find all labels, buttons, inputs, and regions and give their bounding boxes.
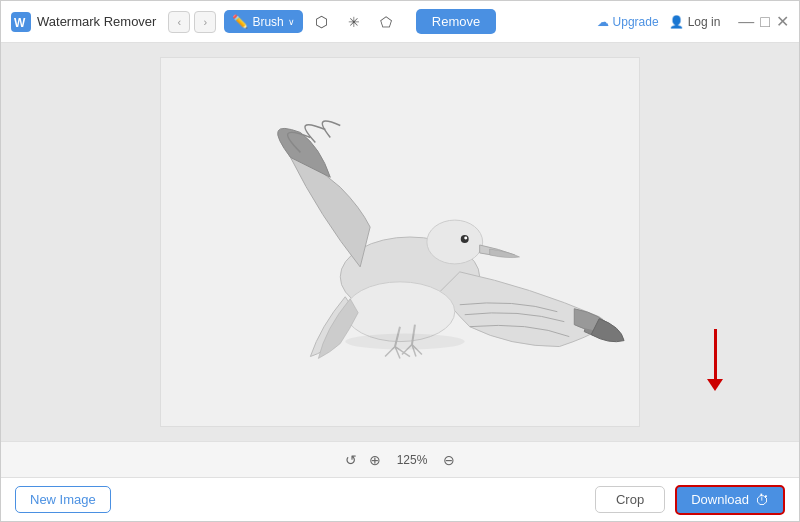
download-button[interactable]: Download ⏱ [675, 485, 785, 515]
toolbar-tools: ✏️ Brush ∨ ⬡ ✳ ⬠ [224, 9, 399, 35]
brush-icon: ✏️ [232, 14, 248, 29]
zoom-bar: ↺ ⊕ 125% ⊖ [1, 441, 799, 477]
download-label: Download [691, 492, 749, 507]
upgrade-label: Upgrade [613, 15, 659, 29]
svg-point-8 [464, 237, 467, 240]
remove-button[interactable]: Remove [416, 9, 496, 34]
bottom-right-buttons: Crop Download ⏱ [595, 485, 785, 515]
arrow-line [714, 329, 717, 379]
zoom-level: 125% [393, 453, 431, 467]
close-button[interactable]: ✕ [776, 12, 789, 31]
svg-point-6 [427, 220, 483, 264]
svg-point-18 [345, 334, 464, 350]
eraser-tool-button[interactable]: ⬠ [372, 10, 400, 34]
brush-tool-button[interactable]: ✏️ Brush ∨ [224, 10, 302, 33]
login-label: Log in [688, 15, 721, 29]
svg-text:W: W [14, 16, 26, 30]
right-controls: ☁ Upgrade 👤 Log in — □ ✕ [597, 12, 789, 31]
brush-label: Brush [252, 15, 283, 29]
app-title: Watermark Remover [37, 14, 156, 29]
forward-button[interactable]: › [194, 11, 216, 33]
svg-point-5 [345, 282, 455, 342]
nav-arrows: ‹ › [168, 11, 216, 33]
lasso-icon: ⬡ [315, 13, 328, 31]
crop-button[interactable]: Crop [595, 486, 665, 513]
zoom-in-icon: ⊕ [369, 452, 381, 468]
user-icon: 👤 [669, 15, 684, 29]
zoom-out-button[interactable]: ⊖ [443, 452, 455, 468]
title-bar: W Watermark Remover ‹ › ✏️ Brush ∨ ⬡ ✳ ⬠… [1, 1, 799, 43]
brush-chevron: ∨ [288, 17, 295, 27]
back-button[interactable]: ‹ [168, 11, 190, 33]
arrow-head [707, 379, 723, 391]
canvas-area: ● [1, 43, 799, 441]
lasso-tool-button[interactable]: ⬡ [307, 9, 336, 35]
rotate-icon: ↺ [345, 452, 357, 468]
bottom-bar: New Image Crop Download ⏱ [1, 477, 799, 521]
zoom-out-icon: ⊖ [443, 452, 455, 468]
window-controls: — □ ✕ [738, 12, 789, 31]
image-container[interactable]: ● [160, 57, 640, 427]
pin-tool-button[interactable]: ✳ [340, 10, 368, 34]
download-icon: ⏱ [755, 492, 769, 508]
seagull-image: ● [161, 57, 639, 427]
rotate-button[interactable]: ↺ [345, 452, 357, 468]
login-button[interactable]: 👤 Log in [669, 15, 721, 29]
app-logo-icon: W [11, 12, 31, 32]
pin-icon: ✳ [348, 14, 360, 30]
upgrade-button[interactable]: ☁ Upgrade [597, 15, 659, 29]
eraser-icon: ⬠ [380, 14, 392, 30]
upgrade-icon: ☁ [597, 15, 609, 29]
zoom-in-button[interactable]: ⊕ [369, 452, 381, 468]
maximize-button[interactable]: □ [760, 13, 770, 31]
new-image-button[interactable]: New Image [15, 486, 111, 513]
annotation-arrow [707, 329, 723, 391]
minimize-button[interactable]: — [738, 13, 754, 31]
